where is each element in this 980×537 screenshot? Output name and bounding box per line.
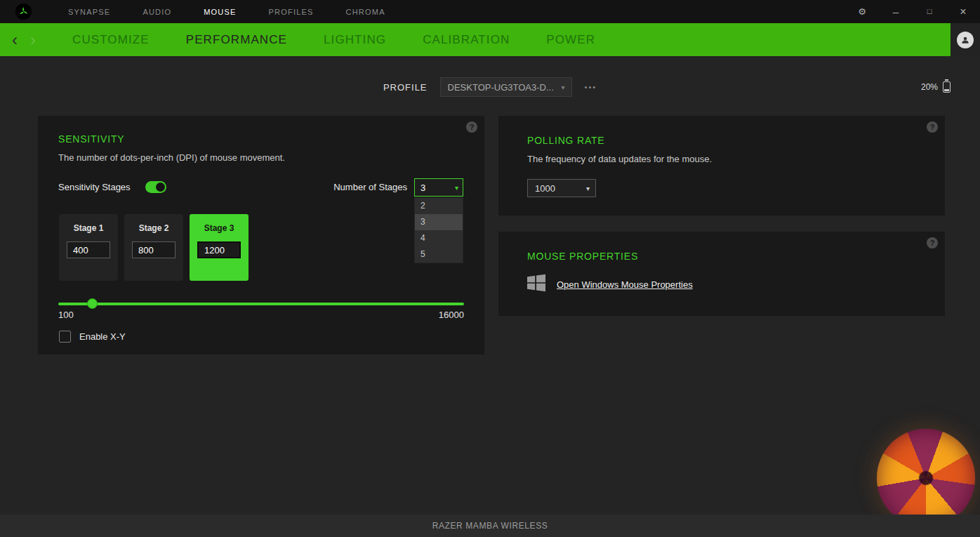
polling-rate-description: The frequency of data updates for the mo… [527, 154, 712, 164]
number-of-stages-dropdown[interactable]: 3 ▾ [414, 178, 463, 197]
forward-chevron-icon[interactable]: › [24, 23, 42, 56]
profile-dropdown[interactable]: DESKTOP-UG3TOA3-D... ▾ [440, 77, 572, 97]
enable-xy-row: Enable X-Y [59, 331, 126, 343]
watermark-logo [877, 429, 975, 527]
stage-1-tile[interactable]: Stage 1 [59, 214, 118, 281]
menu-item-profiles[interactable]: PROFILES [269, 8, 314, 16]
dpi-slider-track[interactable] [58, 303, 464, 305]
menu-item-synapse[interactable]: SYNAPSE [68, 8, 110, 16]
maximize-button[interactable]: □ [913, 0, 946, 23]
dpi-slider-thumb[interactable] [87, 298, 98, 309]
stage-1-label: Stage 1 [59, 223, 118, 233]
stage-2-tile[interactable]: Stage 2 [124, 214, 183, 281]
razer-logo-icon [15, 4, 32, 20]
help-icon[interactable]: ? [927, 237, 938, 248]
sensitivity-title: SENSITIVITY [58, 133, 124, 145]
open-windows-mouse-properties-link[interactable]: Open Windows Mouse Properties [557, 279, 693, 290]
polling-rate-dropdown[interactable]: 1000 ▾ [527, 179, 596, 197]
stage-2-dpi-input[interactable] [132, 241, 176, 258]
menu-item-chroma[interactable]: CHROMA [346, 8, 385, 16]
polling-rate-card: ? POLLING RATE The frequency of data upd… [498, 116, 945, 216]
polling-rate-value: 1000 [535, 183, 555, 194]
sensitivity-stages-toggle[interactable] [145, 181, 166, 193]
stages-option-5[interactable]: 5 [415, 246, 463, 263]
enable-xy-label: Enable X-Y [79, 331, 126, 342]
settings-gear-icon[interactable]: ⚙ [845, 0, 879, 23]
stages-option-3[interactable]: 3 [415, 214, 463, 230]
tab-performance[interactable]: PERFORMANCE [186, 33, 287, 47]
help-icon[interactable]: ? [927, 121, 938, 133]
app-menu: SYNAPSE AUDIO MOUSE PROFILES CHROMA [68, 8, 385, 16]
minimize-button[interactable]: – [879, 0, 913, 23]
profile-row: PROFILE DESKTOP-UG3TOA3-D... ▾ ••• 20% [0, 77, 980, 98]
tab-lighting[interactable]: LIGHTING [324, 33, 386, 47]
number-of-stages-options: 2 3 4 5 [414, 197, 463, 263]
number-of-stages-label: Number of Stages [333, 182, 407, 192]
battery-status: 20% [921, 77, 951, 98]
subnav-bar: ‹ › CUSTOMIZE PERFORMANCE LIGHTING CALIB… [0, 23, 980, 56]
chevron-down-icon: ▾ [562, 84, 565, 91]
sensitivity-card: ? SENSITIVITY The number of dots-per-inc… [38, 116, 484, 354]
back-chevron-icon[interactable]: ‹ [6, 23, 24, 56]
mouse-properties-row: Open Windows Mouse Properties [527, 274, 693, 295]
battery-percent-label: 20% [921, 82, 938, 92]
window-controls: ⚙ – □ × [845, 0, 980, 23]
tab-power[interactable]: POWER [546, 33, 595, 47]
stage-1-dpi-input[interactable] [67, 241, 110, 258]
device-name-label: RAZER MAMBA WIRELESS [432, 521, 548, 531]
tab-customize[interactable]: CUSTOMIZE [72, 33, 150, 47]
stage-3-label: Stage 3 [190, 223, 249, 233]
stage-2-label: Stage 2 [124, 223, 183, 233]
battery-icon [943, 81, 951, 93]
stage-3-dpi-input[interactable] [197, 241, 241, 258]
dpi-slider-range-labels: 100 16000 [58, 310, 464, 320]
chevron-down-icon: ▾ [455, 184, 458, 192]
dpi-min-label: 100 [58, 310, 74, 320]
stages-option-4[interactable]: 4 [415, 230, 463, 246]
stage-3-tile[interactable]: Stage 3 [190, 214, 249, 281]
enable-xy-checkbox[interactable] [59, 331, 71, 343]
help-icon[interactable]: ? [466, 121, 477, 133]
subnav-tabs: CUSTOMIZE PERFORMANCE LIGHTING CALIBRATI… [72, 33, 595, 47]
number-of-stages-value: 3 [421, 183, 425, 193]
dpi-max-label: 16000 [439, 310, 464, 320]
profile-dropdown-value: DESKTOP-UG3TOA3-D... [448, 82, 554, 93]
windows-logo-icon [527, 274, 545, 295]
account-avatar-button[interactable] [951, 23, 980, 56]
profile-more-button[interactable]: ••• [585, 83, 597, 91]
stages-option-2[interactable]: 2 [415, 198, 463, 214]
sensitivity-stages-label: Sensitivity Stages [58, 182, 131, 192]
menu-item-mouse[interactable]: MOUSE [204, 8, 236, 16]
profile-label: PROFILE [383, 82, 428, 93]
tab-calibration[interactable]: CALIBRATION [423, 33, 510, 47]
stage-tiles: Stage 1 Stage 2 Stage 3 [59, 214, 249, 281]
avatar-icon [957, 32, 974, 48]
sensitivity-description: The number of dots-per-inch (DPI) of mou… [58, 152, 285, 163]
mouse-properties-card: ? MOUSE PROPERTIES Open Windows Mouse Pr… [498, 232, 945, 316]
titlebar: SYNAPSE AUDIO MOUSE PROFILES CHROMA ⚙ – … [0, 0, 980, 23]
chevron-down-icon: ▾ [586, 185, 590, 192]
polling-rate-title: POLLING RATE [527, 135, 604, 146]
mouse-properties-title: MOUSE PROPERTIES [527, 251, 638, 262]
menu-item-audio[interactable]: AUDIO [143, 8, 171, 16]
close-button[interactable]: × [946, 0, 980, 23]
device-statusbar: RAZER MAMBA WIRELESS [0, 515, 980, 537]
